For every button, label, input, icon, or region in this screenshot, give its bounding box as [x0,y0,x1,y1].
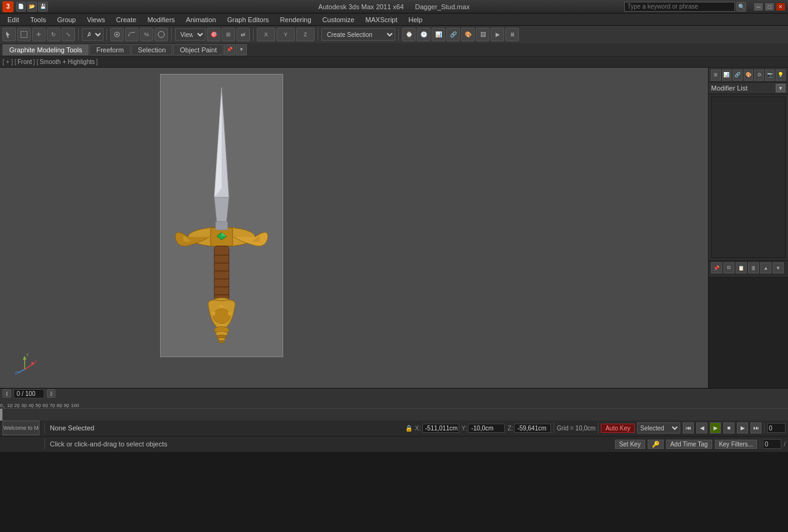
prev-frame-button[interactable]: ◀ [696,422,707,433]
prev-frame-go-button[interactable]: ⟪ [2,389,11,398]
schematic-view-button[interactable]: 🔗 [446,28,460,41]
open-button[interactable]: 📂 [27,2,37,12]
scale-button[interactable]: ⤡ [62,28,75,41]
rp-btn-1[interactable]: ⊞ [711,70,721,81]
snap-toggle[interactable] [110,28,124,41]
tab-freeform[interactable]: Freeform [89,44,131,55]
view-dropdown[interactable]: View [175,28,206,41]
frame-input-2[interactable] [763,439,781,449]
rp-btn-2[interactable]: 📊 [722,70,732,81]
mod-paste-button[interactable]: 📋 [736,262,747,273]
key-filters-button[interactable]: Key Filters... [715,440,758,449]
filter-dropdown[interactable]: All [82,28,103,41]
status-separator-1 [44,422,45,433]
new-button[interactable]: 📄 [16,2,26,12]
menu-group[interactable]: Group [52,15,81,25]
menu-rendering[interactable]: Rendering [275,15,316,25]
svg-line-40 [17,369,25,373]
separator-2 [107,28,107,41]
svg-point-33 [219,341,225,343]
graphite-expand-icon[interactable]: ▼ [236,44,247,55]
thumbnail-area [709,277,788,388]
y-value[interactable]: -10,0cm [468,424,505,433]
tab-object-paint[interactable]: Object Paint [173,44,223,55]
play-button[interactable]: ▶ [710,422,721,433]
y-field[interactable]: Y [276,28,295,41]
move-button[interactable]: ✛ [32,28,46,41]
tab-graphite-modeling[interactable]: Graphite Modeling Tools [2,44,89,55]
menu-bar: Edit Tools Group Views Create Modifiers … [0,14,788,26]
mod-copy-button[interactable]: ⧉ [723,262,734,273]
auto-key-button[interactable]: Auto Key [601,424,635,433]
graphite-lock-icon[interactable]: 📌 [224,44,235,55]
mod-pin-button[interactable]: 📌 [711,262,722,273]
search-button[interactable]: 🔍 [736,2,746,12]
spinner-snap[interactable] [155,28,168,41]
menu-graph-editors[interactable]: Graph Editors [222,15,274,25]
render-scene-button[interactable]: 🖼 [476,28,489,41]
angle-snap[interactable] [125,28,139,41]
add-time-tag-button[interactable]: Add Time Tag [666,440,712,449]
percent-snap[interactable]: % [140,28,153,41]
align-button[interactable]: ⊞ [222,28,235,41]
mod-delete-button[interactable]: 🗑 [748,262,759,273]
go-to-end-button[interactable]: ⏭ [750,422,762,433]
svg-rect-16 [214,246,229,301]
rotate-button[interactable]: ↻ [47,28,60,41]
rp-btn-7[interactable]: 💡 [776,70,786,81]
modifier-panel[interactable] [711,97,786,258]
mod-move-up-button[interactable]: ▲ [760,262,771,273]
status-separator-3 [598,422,598,433]
z-label: Z: [507,425,513,432]
menu-customize[interactable]: Customize [318,15,360,25]
menu-views[interactable]: Views [82,15,110,25]
z-value[interactable]: -59,641cm [514,424,551,433]
x-field[interactable]: X [257,28,275,41]
tab-selection[interactable]: Selection [131,44,172,55]
z-field[interactable]: Z [296,28,315,41]
menu-create[interactable]: Create [111,15,141,25]
menu-maxscript[interactable]: MAXScript [361,15,403,25]
quick-render-button[interactable]: ▶ [491,28,504,41]
go-to-start-button[interactable]: ⏮ [683,422,694,433]
viewport[interactable]: Y X Z [0,68,708,388]
rp-btn-6[interactable]: 📷 [765,70,775,81]
key-mode-button[interactable]: ⌚ [402,28,416,41]
save-button[interactable]: 💾 [38,2,48,12]
rp-btn-4[interactable]: 🎨 [744,70,754,81]
timeline-playhead[interactable] [0,409,2,421]
separator-4 [253,28,254,41]
use-pivot[interactable]: 🎯 [207,28,220,41]
timeline-scrubber[interactable]: 0102030405060708090100 [0,398,788,421]
auto-key-dropdown[interactable]: Selected [637,422,680,433]
menu-animation[interactable]: Animation [181,15,221,25]
select-region-button[interactable] [17,28,31,41]
set-key-button[interactable]: Set Key [615,440,645,449]
time-config-button[interactable]: 🕐 [417,28,430,41]
ruler-tick-40: 40 [28,403,34,408]
modifier-list-dropdown[interactable]: ▼ [776,84,786,92]
search-input[interactable] [624,2,735,12]
next-frame-button[interactable]: ▶ [737,422,748,433]
create-selection-dropdown[interactable]: Create Selection [321,28,395,41]
menu-edit[interactable]: Edit [2,15,24,25]
minimize-button[interactable]: ─ [754,2,763,11]
select-object-button[interactable] [2,28,16,41]
rp-btn-3[interactable]: 🔗 [733,70,742,81]
track-view-button[interactable]: 📊 [432,28,445,41]
maximize-button[interactable]: □ [765,2,774,11]
next-frame-go-button[interactable]: ⟫ [47,389,55,398]
close-button[interactable]: ✕ [776,2,786,11]
x-value[interactable]: -511,011cm [422,424,459,433]
menu-tools[interactable]: Tools [25,15,51,25]
rp-btn-5[interactable]: ⚙ [754,70,764,81]
stop-button[interactable]: ■ [723,422,734,433]
menu-modifiers[interactable]: Modifiers [142,15,180,25]
app-title: Autodesk 3ds Max 2011 x64 [318,3,404,10]
menu-help[interactable]: Help [404,15,428,25]
mod-move-down-button[interactable]: ▼ [773,262,784,273]
render-frame-button[interactable]: 🖥 [505,28,519,41]
material-editor-button[interactable]: 🎨 [461,28,475,41]
mirror-button[interactable]: ⇄ [236,28,250,41]
frame-input[interactable] [767,423,786,433]
